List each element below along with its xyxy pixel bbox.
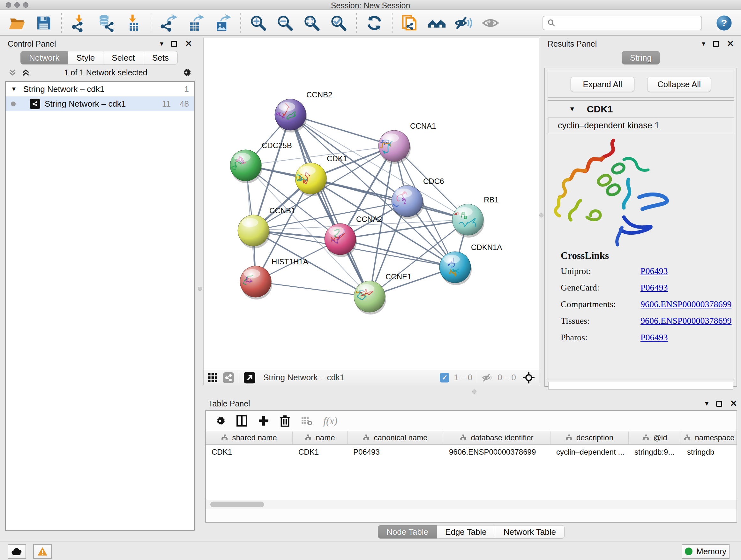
results-scroll-strip [548,382,733,389]
grid-view-icon[interactable] [207,372,218,383]
zoom-in-button[interactable] [249,14,267,32]
table-row[interactable]: CDK1CDK1P064939606.ENSP00000378699cyclin… [206,445,737,459]
scrollbar-thumb[interactable] [210,502,264,507]
delete-column-icon[interactable] [280,415,290,427]
tree-expand-icon[interactable]: ▼ [11,85,17,92]
close-panel-icon[interactable]: ✕ [730,399,737,408]
crosslink-link[interactable]: P06493 [641,332,668,343]
float-panel-icon[interactable] [713,41,719,47]
zoom-selected-button[interactable] [329,14,348,32]
hidden-eye-icon [482,373,493,382]
column-header-name[interactable]: name [293,431,347,444]
export-table-button[interactable] [186,14,205,32]
search-input[interactable] [556,17,697,29]
import-table-file-button[interactable] [124,14,142,32]
export-image-button[interactable] [213,14,232,32]
float-panel-icon[interactable] [171,41,177,47]
expand-all-icon[interactable] [22,68,30,77]
network-canvas[interactable]: CCNB2CCNA1CDC25BCDK1CDC6RB1CCNB1CCNA2CDK… [204,38,539,370]
svg-text:?: ? [721,17,727,28]
table-options-gear-icon[interactable] [214,415,226,427]
column-header-description[interactable]: description [550,431,629,444]
toolbar-separator [477,372,477,383]
close-panel-icon[interactable]: ✕ [185,40,192,48]
left-splitter-grip[interactable] [198,287,202,291]
cloud-status-button[interactable] [8,544,26,559]
column-header-canonical-name[interactable]: canonical name [347,431,443,444]
show-glass-button[interactable] [481,14,500,32]
collapse-all-button[interactable]: Collapse All [647,77,711,92]
houses-icon [428,14,446,32]
zoom-out-button[interactable] [276,14,294,32]
warnings-button[interactable] [33,544,52,559]
panel-menu-icon[interactable]: ▾ [702,40,705,47]
right-splitter-grip[interactable] [539,213,543,217]
crosslink-link[interactable]: 9606.ENSP00000378699 [641,299,731,309]
table-cell: P06493 [347,445,443,459]
column-header-database-identifier[interactable]: database identifier [443,431,550,444]
tab-node-table[interactable]: Node Table [378,525,437,539]
tab-network-table[interactable]: Network Table [495,525,564,539]
network-view-share-icon[interactable] [223,372,234,383]
eye-slash-icon [455,14,473,32]
open-session-button[interactable] [8,14,26,32]
crosslink-link[interactable]: 9606.ENSP00000378699 [641,316,731,326]
table-body: CDK1CDK1P064939606.ENSP00000378699cyclin… [206,445,737,459]
toolbar-separator [356,13,357,33]
hide-glass-button[interactable] [455,14,473,32]
tab-string[interactable]: String [622,51,660,64]
crosslink-link[interactable]: P06493 [641,266,668,276]
bottom-splitter-grip[interactable] [472,389,476,394]
tab-sets[interactable]: Sets [143,51,178,64]
share-document-button[interactable] [401,14,419,32]
control-panel: Control Panel ▾ ✕ Network Style Select S… [3,38,197,537]
svg-text:CDK1: CDK1 [327,154,347,163]
string-home-button[interactable] [428,14,446,32]
network-options-gear-icon[interactable] [181,67,192,78]
tab-network[interactable]: Network [20,51,68,64]
search-icon [547,18,556,27]
birdseye-view-icon[interactable] [244,372,256,384]
export-image-icon [213,14,231,32]
add-column-icon[interactable] [258,415,269,426]
update-button[interactable] [365,14,384,32]
tab-edge-table[interactable]: Edge Table [437,525,495,539]
save-floppy-icon [35,14,52,32]
close-panel-icon[interactable]: ✕ [727,40,734,48]
import-network-file-button[interactable] [70,14,89,32]
gene-name: CDK1 [587,104,613,115]
memory-button[interactable]: Memory [682,544,730,559]
tab-select[interactable]: Select [104,51,143,64]
save-session-button[interactable] [35,14,53,32]
crosslink-link[interactable]: P06493 [641,283,668,293]
expand-all-button[interactable]: Expand All [570,77,634,92]
network-collection-row[interactable]: ▼ String Network – cdk1 1 [6,82,194,97]
export-network-button[interactable] [159,14,178,32]
show-columns-icon[interactable] [237,415,247,427]
section-collapse-icon[interactable]: ▼ [569,105,576,113]
search-field[interactable] [542,16,702,30]
crosslink-row: Pharos:P06493 [561,332,734,343]
help-button[interactable]: ? [715,14,733,32]
table-cell: stringdb:9... [629,445,681,459]
column-header-shared-name[interactable]: shared name [206,431,293,444]
node-count: 11 [162,99,171,109]
control-panel-title: Control Panel [8,39,56,49]
panel-menu-icon[interactable]: ▾ [705,400,709,407]
fit-content-crosshair-icon[interactable] [522,371,535,384]
warning-icon [37,547,48,556]
column-tree-icon [221,434,228,441]
panel-menu-icon[interactable]: ▾ [160,40,163,47]
network-row[interactable]: String Network – cdk1 11 48 [6,97,194,111]
column-tree-icon [684,434,691,441]
zoom-selected-icon [330,14,347,32]
import-network-database-button[interactable] [97,14,116,32]
collapse-all-icon[interactable] [8,68,17,77]
horizontal-scrollbar[interactable] [206,500,737,509]
column-header--id[interactable]: @id [629,431,681,444]
float-panel-icon[interactable] [716,401,722,407]
tab-style[interactable]: Style [68,51,104,64]
zoom-fit-button[interactable] [302,14,321,32]
column-header-namespace[interactable]: namespace [681,431,737,444]
selected-checkbox[interactable]: ✓ [440,373,449,382]
